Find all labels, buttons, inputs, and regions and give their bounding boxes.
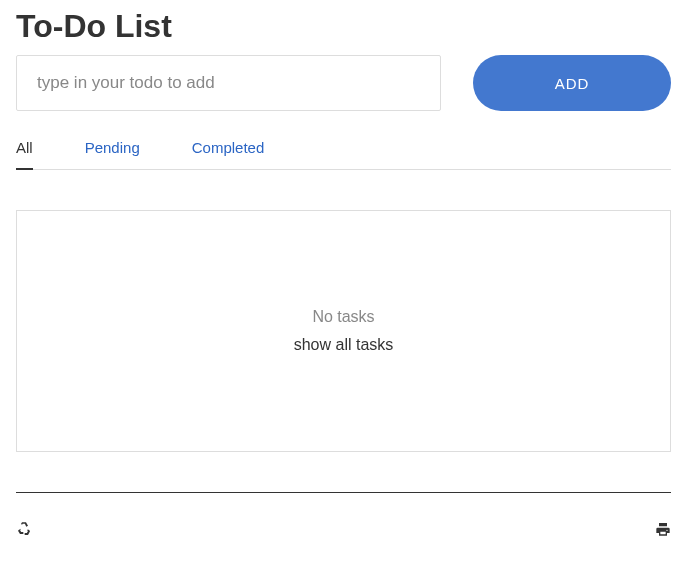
tab-pending[interactable]: Pending — [85, 139, 140, 169]
todo-input[interactable] — [16, 55, 441, 111]
empty-message: No tasks — [312, 308, 374, 326]
tabs: All Pending Completed — [16, 139, 671, 170]
footer — [16, 492, 671, 537]
add-button[interactable]: ADD — [473, 55, 671, 111]
recycle-icon[interactable] — [16, 521, 32, 537]
tab-all[interactable]: All — [16, 139, 33, 170]
tab-completed[interactable]: Completed — [192, 139, 265, 169]
task-panel: No tasks show all tasks — [16, 210, 671, 452]
input-row: ADD — [16, 55, 671, 111]
print-icon[interactable] — [655, 521, 671, 537]
show-all-link[interactable]: show all tasks — [294, 336, 394, 354]
page-title: To-Do List — [16, 8, 671, 45]
